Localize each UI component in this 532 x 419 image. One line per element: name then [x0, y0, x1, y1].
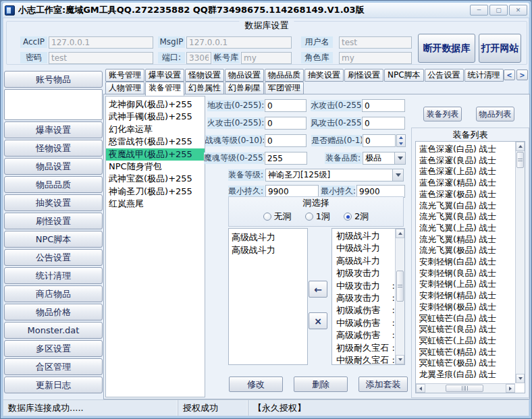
list-item[interactable]: 流光飞翼(上品) 战士 — [419, 223, 514, 234]
tab[interactable]: 公告设置 — [425, 69, 464, 82]
list-item[interactable]: 安刺轻钢(良品) 战士 — [419, 268, 514, 279]
scroll-up-icon[interactable] — [396, 229, 404, 238]
tab[interactable]: 幻兽刷星 — [225, 82, 264, 94]
list-item[interactable]: 高级战斗力 — [336, 255, 395, 267]
sidebar-item[interactable]: 物品品质 — [4, 176, 103, 193]
scroll-left-icon[interactable] — [416, 384, 425, 393]
sidebar-item[interactable]: Monster.dat — [4, 322, 103, 339]
list-item[interactable]: 中级耐久宝石: — [336, 354, 395, 364]
sidebar-item[interactable]: 多区设置 — [4, 340, 103, 357]
add-set-button[interactable]: 添加套装 — [358, 376, 408, 392]
list-item[interactable]: 夜魔战甲(极品)+255 — [106, 148, 205, 161]
scroll-down-icon[interactable] — [516, 374, 525, 383]
role-db-input[interactable] — [339, 52, 412, 64]
tab[interactable]: 幻兽属性 — [185, 82, 224, 94]
sidebar-item[interactable]: 物品价格 — [4, 304, 103, 320]
tab[interactable]: 物品品质 — [265, 69, 304, 82]
username-input[interactable] — [339, 36, 412, 49]
list-item[interactable]: 流光飞翼(精品) 战士 — [419, 234, 514, 246]
list-item[interactable]: 神谕圣刀(极品)+255 — [106, 186, 205, 198]
list-item[interactable]: 流光飞翼(白品) 战士 — [419, 200, 514, 212]
sidebar-item[interactable]: 统计清理 — [4, 267, 103, 284]
grade-select[interactable]: 神谕圣刀[125级] — [265, 169, 404, 181]
disconnect-db-button[interactable]: 断开数据库 — [418, 34, 475, 63]
war-soul-level-input[interactable] — [265, 134, 307, 147]
tab[interactable]: 账号管理 — [105, 69, 144, 82]
scroll-right-icon[interactable] — [506, 384, 515, 393]
list-item[interactable]: 安刺轻钢(上品) 战士 — [419, 279, 514, 290]
remove-gem-button[interactable]: × — [309, 312, 327, 329]
minimize-button[interactable]: ─ — [470, 5, 488, 16]
port-input[interactable] — [186, 52, 211, 64]
tab[interactable]: 刷怪设置 — [344, 69, 383, 82]
maximize-button[interactable]: ▢ — [489, 5, 508, 16]
tab[interactable]: 军团管理 — [265, 82, 304, 94]
chevron-down-icon[interactable] — [394, 152, 405, 164]
gift-flag-input[interactable] — [363, 134, 396, 147]
delete-button[interactable]: 删除 — [294, 376, 348, 392]
list-item[interactable]: 安刺轻钢(极品) 战士 — [419, 302, 514, 313]
item-list-button[interactable]: 物品列表 — [476, 107, 514, 121]
list-item[interactable]: 中级减伤害: — [336, 317, 395, 329]
list-item[interactable]: 流光飞翼(良品) 战士 — [419, 211, 514, 223]
scrollbar-thumb[interactable] — [396, 271, 404, 302]
list-item[interactable]: 安刺轻钢(白品) 战士 — [419, 256, 514, 268]
list-item[interactable]: 冥虹镜芒(良品) 战士 — [419, 324, 514, 335]
list-item[interactable]: 高级攻击力: — [336, 292, 395, 304]
sidebar-item[interactable]: 合区管理 — [4, 358, 103, 375]
tab[interactable]: NPC脚本 — [384, 69, 424, 82]
hole-radio-option[interactable]: 2洞 — [344, 211, 369, 223]
list-item[interactable]: 流光飞翼(极品) 战士 — [419, 245, 514, 256]
list-item[interactable]: 初级耐久宝石: — [336, 342, 395, 354]
account-db-input[interactable] — [241, 52, 292, 64]
modify-button[interactable]: 修改 — [229, 376, 283, 392]
list-item[interactable]: 蓝色深邃(白品) 战士 — [419, 144, 514, 155]
list-item[interactable]: NPC随身背包 — [106, 161, 205, 173]
scrollbar-thumb[interactable] — [446, 385, 483, 392]
tab[interactable]: 人物管理 — [105, 82, 144, 94]
list-item[interactable]: 安刺轻钢(精品) 战士 — [419, 290, 514, 302]
equipment-list-hscrollbar[interactable] — [416, 383, 515, 393]
sidebar-item[interactable]: 商店物品 — [4, 285, 103, 302]
list-item[interactable]: 龙神御风(极品)+255 — [106, 99, 205, 111]
scrollbar-thumb[interactable] — [516, 152, 524, 168]
sidebar-item[interactable]: 抽奖设置 — [4, 194, 103, 211]
list-item[interactable]: 高级战斗力 — [232, 244, 307, 256]
list-item[interactable]: 蓝色深邃(良品) 战士 — [419, 155, 514, 167]
list-item[interactable]: 武神宝盔(极品)+255 — [106, 173, 205, 185]
demon-soul-level-input[interactable] — [265, 152, 307, 165]
list-item[interactable]: 高级战斗力 — [232, 231, 307, 244]
tab-scroll-right-button[interactable]: > — [516, 69, 528, 80]
list-item[interactable]: 红岚燕尾 — [106, 198, 205, 210]
water-attack-input[interactable] — [362, 99, 405, 112]
tab[interactable]: 统计清理 — [464, 69, 504, 82]
wind-attack-input[interactable] — [362, 117, 405, 130]
sidebar-item[interactable]: 爆率设置 — [4, 121, 103, 138]
msgip-input[interactable] — [186, 36, 292, 49]
tab-scroll-left-button[interactable]: < — [504, 69, 515, 80]
list-item[interactable]: 初级战斗力 — [336, 230, 395, 242]
tab[interactable]: 怪物设置 — [185, 69, 224, 82]
password-input[interactable] — [49, 52, 153, 64]
sidebar-item[interactable]: 物品设置 — [4, 158, 103, 175]
tab[interactable]: 物品设置 — [225, 69, 264, 82]
list-item[interactable]: 怒雷战符(极品)+255 — [106, 136, 205, 148]
list-item[interactable]: 高级减伤害: — [336, 329, 395, 341]
sidebar-item[interactable]: 刷怪设置 — [4, 213, 103, 229]
list-item[interactable]: 冥虹镜芒(白品) 战士 — [419, 313, 514, 325]
tab[interactable]: 抽奖设置 — [304, 69, 344, 82]
open-website-button[interactable]: 打开网站 — [479, 34, 521, 63]
list-item[interactable]: 初级攻击力 — [336, 267, 395, 279]
spinner-down-icon[interactable] — [397, 141, 405, 147]
sidebar-item[interactable]: 公告设置 — [4, 249, 103, 266]
fire-attack-input[interactable] — [265, 117, 307, 130]
close-button[interactable]: ✕ — [509, 5, 527, 16]
spinner-up-icon[interactable] — [397, 135, 405, 141]
sidebar-item[interactable]: NPC脚本 — [4, 231, 103, 248]
sidebar-item-account-items[interactable]: 账号物品 — [4, 71, 103, 88]
list-item[interactable]: 蓝色深邃(精品) 战士 — [419, 177, 514, 189]
tab[interactable]: 爆率设置 — [145, 69, 184, 82]
hole-radio-option[interactable]: 1洞 — [305, 211, 330, 223]
gems-scrollbar[interactable] — [395, 229, 404, 364]
sidebar-item[interactable]: 更新日志 — [4, 376, 103, 393]
